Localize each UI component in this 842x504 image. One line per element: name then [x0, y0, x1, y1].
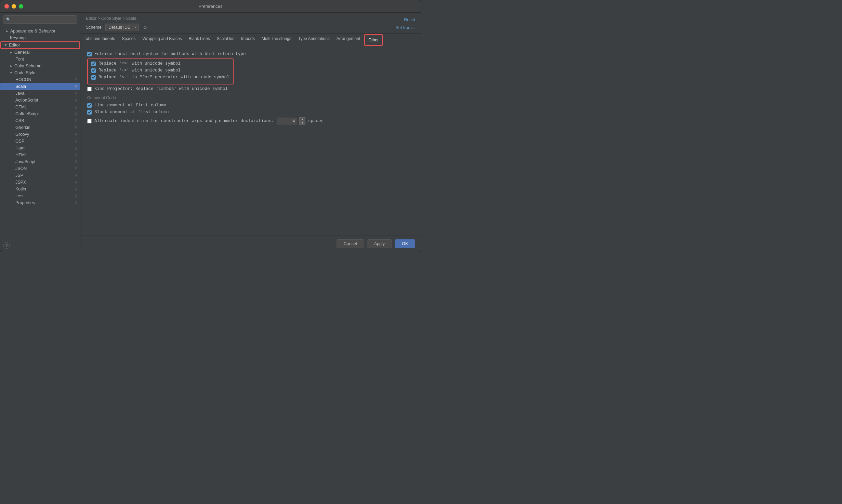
apply-button[interactable]: Apply [367, 239, 392, 248]
tab-multiline[interactable]: Multi-line strings [258, 34, 295, 46]
sidebar-item-scala[interactable]: Scala ⎘ [0, 83, 80, 90]
unicode-options-box: Replace '=>' with unicode symbol Replace… [87, 58, 234, 84]
sidebar-item-general[interactable]: ▶ General [0, 49, 80, 56]
scheme-select[interactable]: Default IDE [105, 24, 139, 31]
comment-code-title: Comment Code [87, 95, 414, 100]
copy-icon: ⎘ [75, 160, 77, 164]
sidebar-item-code-style[interactable]: ▶ Code Style [0, 69, 80, 76]
sidebar-item-label: Editor [9, 43, 20, 48]
sidebar-item-label: JavaScript [15, 159, 35, 164]
sidebar-item-gsp[interactable]: GSP ⎘ [0, 138, 80, 145]
arrow3-unicode-label: Replace '<-' in "for" generator with uni… [98, 75, 229, 80]
copy-icon: ⎘ [75, 125, 77, 130]
sidebar-item-label: Keymap [10, 36, 26, 40]
arrow2-unicode-row: Replace '->' with unicode symbol [91, 68, 229, 73]
sidebar-item-java[interactable]: Java ⎘ [0, 90, 80, 97]
sidebar-item-label: GSP [15, 139, 24, 144]
sidebar-item-javascript[interactable]: JavaScript ⎘ [0, 158, 80, 165]
indent-down-button[interactable]: ▼ [299, 121, 305, 125]
line-comment-checkbox[interactable] [87, 103, 92, 108]
copy-icon: ⎘ [75, 78, 77, 82]
copy-icon: ⎘ [75, 201, 77, 205]
sidebar-item-html[interactable]: HTML ⎘ [0, 151, 80, 158]
reset-link[interactable]: Reset [404, 17, 415, 22]
indent-checkbox[interactable] [87, 119, 92, 123]
indent-value-input[interactable]: 4 [277, 118, 297, 124]
kind-projector-label: Kind Projector: Replace 'Lambda' with un… [94, 87, 228, 91]
sidebar-item-css[interactable]: CSS ⎘ [0, 117, 80, 124]
search-icon: 🔍 [6, 17, 11, 22]
tab-blank-lines[interactable]: Blank Lines [185, 34, 213, 46]
arrow-icon: ▶ [10, 51, 12, 54]
other-tab-content: Enforce functional syntax for methods wi… [80, 46, 421, 236]
copy-icon: ⎘ [75, 98, 77, 102]
arrow2-unicode-checkbox[interactable] [91, 68, 96, 73]
arrow-unicode-checkbox[interactable] [91, 62, 96, 66]
kind-projector-checkbox[interactable] [87, 87, 92, 91]
sidebar-item-haml[interactable]: Haml ⎘ [0, 145, 80, 151]
sidebar-item-label: Kotlin [15, 187, 26, 191]
indent-up-button[interactable]: ▲ [299, 117, 305, 121]
sidebar-item-coffeescript[interactable]: CoffeeScript ⎘ [0, 110, 80, 117]
arrow-unicode-label: Replace '=>' with unicode symbol [98, 61, 181, 66]
enforce-functional-label: Enforce functional syntax for methods wi… [94, 52, 246, 56]
tab-arrangement[interactable]: Arrangement [333, 34, 364, 46]
sidebar-item-label: CSS [15, 118, 24, 123]
sidebar-item-label: Gherkin [15, 125, 30, 130]
arrow-icon: ▶ [10, 72, 13, 74]
sidebar-item-gherkin[interactable]: Gherkin ⎘ [0, 124, 80, 131]
set-from-link[interactable]: Set from... [395, 24, 415, 31]
copy-icon: ⎘ [75, 153, 77, 157]
sidebar-item-appearance[interactable]: ▶ Appearance & Behavior [0, 28, 80, 35]
sidebar-item-label: Color Scheme [14, 64, 41, 68]
search-input[interactable] [13, 17, 74, 22]
sidebar-item-label: HOCON [15, 77, 31, 82]
sidebar-tree: ▶ Appearance & Behavior Keymap ▶ Editor … [0, 26, 80, 239]
sidebar-item-editor[interactable]: ▶ Editor [0, 41, 80, 49]
arrow-icon: ▶ [10, 64, 12, 68]
copy-icon: ⎘ [75, 173, 77, 177]
sidebar-item-jspx[interactable]: JSPX ⎘ [0, 179, 80, 186]
sidebar-item-cfml[interactable]: CFML ⎘ [0, 104, 80, 110]
tab-tabs-indents[interactable]: Tabs and Indents [80, 34, 118, 46]
tabs-row: Tabs and Indents Spaces Wrapping and Bra… [80, 34, 421, 46]
cancel-button[interactable]: Cancel [337, 239, 364, 248]
sidebar-item-actionscript[interactable]: ActionScript ⎘ [0, 97, 80, 104]
copy-icon: ⎘ [75, 112, 77, 116]
panel-header: Editor > Code Style > Scala Reset Scheme… [80, 13, 421, 34]
arrow3-unicode-checkbox[interactable] [91, 75, 96, 80]
sidebar-item-jsp[interactable]: JSP ⎘ [0, 172, 80, 179]
ok-button[interactable]: OK [395, 239, 415, 248]
sidebar-item-label: JSON [15, 166, 27, 171]
sidebar-item-less[interactable]: Less ⎘ [0, 193, 80, 199]
tab-type-annotations[interactable]: Type Annotations [295, 34, 333, 46]
copy-icon: ⎘ [75, 105, 77, 109]
maximize-button[interactable] [19, 4, 23, 9]
gear-button[interactable]: ⚙ [142, 24, 149, 31]
copy-icon: ⎘ [75, 167, 77, 171]
sidebar-item-font[interactable]: Font [0, 56, 80, 63]
tab-imports[interactable]: Imports [238, 34, 258, 46]
copy-icon: ⎘ [75, 91, 77, 95]
sidebar-item-groovy[interactable]: Groovy ⎘ [0, 131, 80, 138]
search-box[interactable]: 🔍 [3, 15, 77, 24]
tab-scaladoc[interactable]: ScalaDoc [213, 34, 238, 46]
tab-wrapping[interactable]: Wrapping and Braces [139, 34, 185, 46]
block-comment-checkbox[interactable] [87, 110, 92, 115]
minimize-button[interactable] [12, 4, 16, 9]
sidebar-item-kotlin[interactable]: Kotlin ⎘ [0, 186, 80, 193]
sidebar-item-label: HTML [15, 152, 27, 157]
sidebar-item-json[interactable]: JSON ⎘ [0, 165, 80, 172]
main-panel: Editor > Code Style > Scala Reset Scheme… [80, 13, 421, 252]
sidebar-item-label: Java [15, 91, 24, 96]
sidebar-item-color-scheme[interactable]: ▶ Color Scheme [0, 63, 80, 69]
sidebar-item-keymap[interactable]: Keymap [0, 35, 80, 41]
tab-other[interactable]: Other [364, 34, 383, 46]
help-button[interactable]: ? [3, 242, 10, 249]
tab-spaces[interactable]: Spaces [118, 34, 139, 46]
close-button[interactable] [4, 4, 9, 9]
enforce-functional-checkbox[interactable] [87, 52, 92, 56]
copy-icon: ⎘ [75, 84, 77, 89]
sidebar-item-properties[interactable]: Properties ⎘ [0, 199, 80, 206]
sidebar-item-hocon[interactable]: HOCON ⎘ [0, 76, 80, 83]
